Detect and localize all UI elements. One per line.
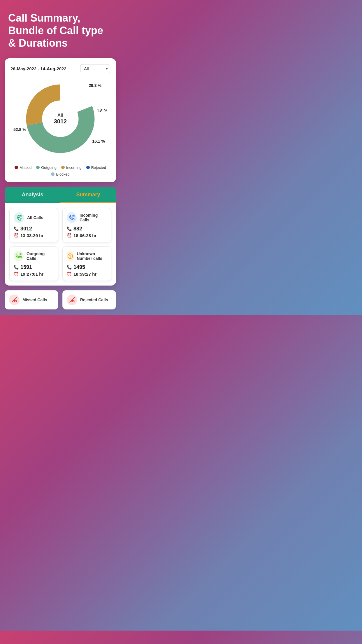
tabs-bar: Analysis Summary [5, 187, 116, 203]
header: Call Summary, Bundle of Call type & Dura… [0, 0, 121, 58]
legend-label-outgoing: Outgoing [41, 165, 57, 170]
missed-calls-label: Missed Calls [22, 298, 47, 302]
summary-header-incoming-calls: Incoming Calls [67, 212, 107, 223]
summary-item-unknown-calls: Unknown Number calls 📞 1495 ⏰ 18:59:27 h… [62, 246, 111, 281]
summary-card: All Calls 📞 3012 ⏰ 13:33:29 hr Incoming … [5, 203, 116, 286]
legend-dot-missed [15, 166, 18, 169]
all-calls-label: All Calls [27, 215, 43, 220]
outgoing-calls-count-row: 📞 1591 [14, 264, 54, 270]
legend-incoming: Incoming [61, 165, 82, 170]
legend-outgoing: Outgoing [36, 165, 57, 170]
pct-rejected: 1.8 % [97, 108, 107, 113]
summary-header-all-calls: All Calls [14, 212, 54, 223]
chart-card: 26-May-2022 - 14-Aug-2022 All Incoming O… [5, 58, 116, 182]
legend-dot-blocked [51, 172, 55, 176]
incoming-calls-duration-row: ⏰ 18:06:28 hr [67, 233, 107, 238]
donut-center-value: 3012 [54, 118, 67, 125]
missed-calls-card: Missed Calls [5, 290, 58, 309]
legend-label-rejected: Rejected [91, 165, 106, 170]
rejected-calls-card: Rejected Calls [62, 290, 116, 309]
clock-icon-3: ⏰ [14, 272, 19, 276]
summary-item-all-calls: All Calls 📞 3012 ⏰ 13:33:29 hr [9, 208, 58, 242]
date-filter-row: 26-May-2022 - 14-Aug-2022 All Incoming O… [10, 64, 110, 73]
outgoing-calls-count: 1591 [20, 264, 32, 270]
all-calls-icon [14, 212, 24, 223]
bottom-cards-row: Missed Calls Rejected Calls [5, 290, 116, 309]
outgoing-calls-duration-row: ⏰ 19:27:01 hr [14, 272, 54, 276]
rejected-calls-label: Rejected Calls [80, 298, 108, 302]
pct-outgoing: 52.8 % [13, 127, 26, 132]
unknown-calls-icon [67, 251, 74, 261]
missed-calls-icon [9, 295, 20, 305]
incoming-calls-count: 882 [73, 226, 82, 232]
filter-select[interactable]: All Incoming Outgoing Missed Rejected Bl… [80, 64, 110, 73]
outgoing-calls-label: Outgoing Calls [27, 251, 54, 261]
phone-icon-1: 📞 [14, 226, 19, 231]
donut-center: All 3012 [54, 113, 67, 125]
phone-icon-3: 📞 [14, 265, 19, 270]
legend-dot-outgoing [36, 166, 40, 169]
legend-blocked: Blocked [51, 172, 69, 176]
all-calls-duration-row: ⏰ 13:33:29 hr [14, 233, 54, 238]
unknown-calls-duration: 18:59:27 hr [73, 272, 96, 276]
filter-wrapper[interactable]: All Incoming Outgoing Missed Rejected Bl… [80, 64, 110, 73]
tab-analysis[interactable]: Analysis [5, 187, 60, 203]
legend-dot-rejected [86, 166, 90, 169]
all-calls-count-row: 📞 3012 [14, 226, 54, 232]
outgoing-calls-icon [14, 251, 24, 261]
tab-summary[interactable]: Summary [60, 187, 116, 203]
all-calls-duration: 13:33:29 hr [20, 233, 43, 238]
date-range: 26-May-2022 - 14-Aug-2022 [10, 66, 66, 71]
rejected-calls-icon [67, 295, 77, 305]
page-title: Call Summary, Bundle of Call type & Dura… [8, 12, 113, 50]
donut-center-label: All [54, 113, 67, 118]
unknown-calls-label: Unknown Number calls [77, 251, 107, 261]
legend-rejected: Rejected [86, 165, 106, 170]
legend-missed: Missed [15, 165, 31, 170]
clock-icon-2: ⏰ [67, 233, 72, 238]
clock-icon-1: ⏰ [14, 233, 19, 238]
outgoing-calls-duration: 19:27:01 hr [20, 272, 43, 276]
legend-dot-incoming [61, 166, 65, 169]
all-calls-count: 3012 [20, 226, 32, 232]
legend-label-blocked: Blocked [56, 172, 69, 176]
unknown-calls-duration-row: ⏰ 18:59:27 hr [67, 272, 107, 276]
legend-label-missed: Missed [20, 165, 31, 170]
unknown-calls-count: 1495 [73, 264, 85, 270]
summary-item-outgoing-calls: Outgoing Calls 📞 1591 ⏰ 19:27:01 hr [9, 246, 58, 281]
incoming-calls-count-row: 📞 882 [67, 226, 107, 232]
chart-legend: Missed Outgoing Incoming Rejected Blocke… [10, 165, 110, 176]
summary-item-incoming-calls: Incoming Calls 📞 882 ⏰ 18:06:28 hr [62, 208, 111, 242]
summary-header-outgoing-calls: Outgoing Calls [14, 251, 54, 261]
unknown-calls-count-row: 📞 1495 [67, 264, 107, 270]
summary-header-unknown-calls: Unknown Number calls [67, 251, 107, 261]
incoming-calls-icon [67, 212, 77, 223]
incoming-calls-duration: 18:06:28 hr [73, 233, 96, 238]
phone-icon-2: 📞 [67, 226, 72, 231]
clock-icon-4: ⏰ [67, 272, 72, 276]
phone-icon-4: 📞 [67, 265, 72, 270]
incoming-calls-label: Incoming Calls [80, 213, 107, 222]
donut-chart-container: All 3012 29.3 % 1.8 % 16.1 % 52.8 % [10, 78, 110, 160]
legend-label-incoming: Incoming [66, 165, 82, 170]
summary-grid: All Calls 📞 3012 ⏰ 13:33:29 hr Incoming … [9, 208, 111, 281]
